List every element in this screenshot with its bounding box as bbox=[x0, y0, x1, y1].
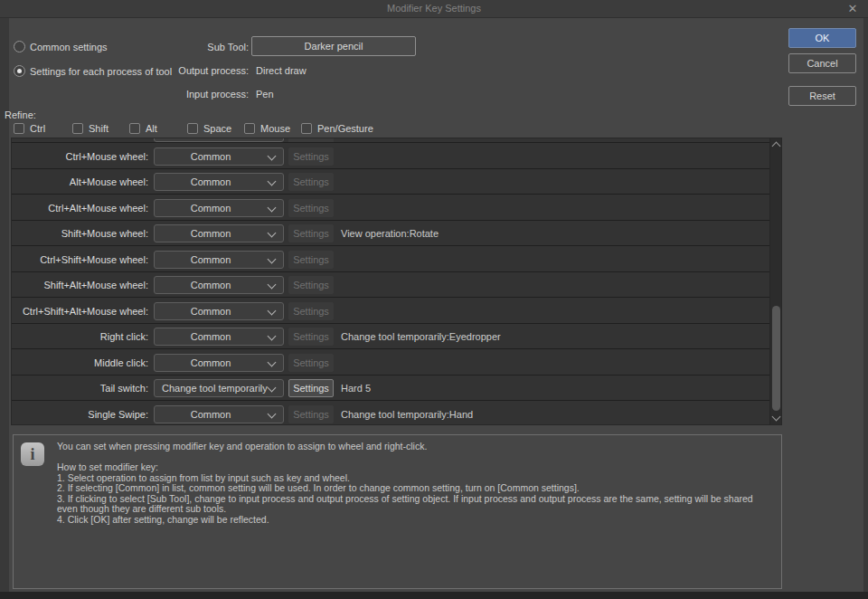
operation-dropdown[interactable]: Common bbox=[154, 354, 284, 372]
row-input-label: Tail switch: bbox=[12, 376, 148, 401]
checkbox-space[interactable] bbox=[187, 123, 198, 134]
assignment-note: Change tool temporarily:Eyedropper bbox=[341, 324, 501, 349]
reset-button[interactable]: Reset bbox=[788, 86, 856, 106]
operation-dropdown[interactable]: Common bbox=[154, 302, 284, 320]
operation-dropdown[interactable]: Common bbox=[154, 173, 284, 191]
list-row: Right click:CommonSettingsChange tool te… bbox=[12, 324, 771, 349]
chevron-down-icon bbox=[268, 280, 277, 290]
ok-button[interactable]: OK bbox=[788, 28, 856, 48]
chevron-down-icon bbox=[268, 306, 277, 315]
settings-button: Settings bbox=[288, 354, 334, 372]
chevron-down-icon bbox=[268, 332, 277, 341]
checkbox-label-space: Space bbox=[203, 123, 231, 135]
operation-dropdown[interactable]: Common bbox=[154, 251, 284, 269]
operation-dropdown[interactable]: Change tool temporarily bbox=[154, 379, 284, 397]
help-text-line: How to set modifier key: bbox=[57, 462, 775, 473]
settings-button: Settings bbox=[288, 276, 334, 294]
settings-button: Settings bbox=[288, 251, 334, 269]
help-text: You can set when pressing modifier key a… bbox=[57, 442, 775, 525]
chevron-down-icon bbox=[268, 152, 277, 161]
scrollbar-thumb[interactable] bbox=[772, 306, 780, 411]
vertical-scrollbar[interactable] bbox=[769, 138, 781, 424]
scroll-down-icon[interactable] bbox=[772, 413, 781, 422]
operation-dropdown[interactable]: Common bbox=[154, 405, 284, 423]
sub-tool-label: Sub Tool: bbox=[145, 42, 249, 52]
dropdown-value: Common bbox=[162, 277, 259, 293]
checkbox-pen-gesture[interactable] bbox=[301, 123, 312, 134]
operation-dropdown[interactable]: Common bbox=[154, 147, 284, 166]
list-row: Shift+Mouse wheel:CommonSettingsView ope… bbox=[12, 221, 771, 246]
list-row: Ctrl+Mouse wheel:CommonSettings bbox=[12, 144, 771, 169]
checkbox-ctrl[interactable] bbox=[14, 123, 24, 134]
refine-checkbox-row: CtrlShiftAltSpaceMousePen/Gesture bbox=[0, 123, 868, 136]
row-input-label: Alt+Mouse wheel: bbox=[12, 169, 148, 195]
list-row: Single Swipe:CommonSettingsChange tool t… bbox=[12, 402, 771, 426]
help-text-line: 3. If clicking to select [Sub Tool], cha… bbox=[57, 494, 775, 515]
assignment-note: Hard 5 bbox=[341, 376, 371, 401]
checkbox-label-alt: Alt bbox=[146, 123, 157, 135]
row-input-label: Right click: bbox=[12, 324, 148, 349]
dropdown-value: Common bbox=[162, 355, 259, 371]
operation-dropdown[interactable]: Common bbox=[154, 224, 284, 242]
help-text-line: You can set when pressing modifier key a… bbox=[57, 442, 775, 452]
modifier-key-settings-dialog: Modifier Key Settings ✕ OK Cancel Reset … bbox=[0, 0, 868, 599]
row-input-label: Ctrl+Mouse wheel: bbox=[12, 144, 148, 169]
settings-button: Settings bbox=[288, 302, 334, 320]
list-row: Middle click:CommonSettings bbox=[12, 350, 771, 376]
settings-button: Settings bbox=[288, 199, 334, 217]
checkbox-alt[interactable] bbox=[129, 123, 140, 134]
dropdown-value: Common bbox=[162, 303, 259, 319]
input-process-value: Pen bbox=[256, 89, 274, 100]
sub-tool-button[interactable]: Darker pencil bbox=[251, 36, 416, 56]
cancel-button[interactable]: Cancel bbox=[788, 53, 856, 73]
dropdown-value: Common bbox=[162, 200, 259, 216]
settings-button: Settings bbox=[288, 147, 334, 166]
help-text-line: 4. Click [OK] after setting, change will… bbox=[57, 515, 775, 526]
help-text-line bbox=[57, 452, 775, 463]
per-process-settings-radio[interactable] bbox=[14, 65, 25, 77]
chevron-down-icon bbox=[268, 203, 277, 212]
close-icon[interactable]: ✕ bbox=[844, 1, 861, 17]
settings-button-partial bbox=[288, 138, 334, 142]
operation-dropdown[interactable]: Common bbox=[154, 199, 284, 217]
chevron-down-icon bbox=[268, 229, 277, 238]
operation-dropdown[interactable]: Common bbox=[154, 328, 284, 346]
list-row: Tail switch:Change tool temporarilySetti… bbox=[12, 376, 771, 401]
row-input-label: Ctrl+Shift+Mouse wheel: bbox=[12, 247, 148, 272]
list-row: Shift+Alt+Mouse wheel:CommonSettings bbox=[12, 272, 771, 298]
dropdown-value: Common bbox=[162, 406, 259, 423]
dropdown-value: Change tool temporarily bbox=[162, 380, 259, 396]
window-bottom-edge bbox=[0, 592, 868, 599]
settings-button[interactable]: Settings bbox=[288, 379, 334, 397]
help-text-line: 2. If selecting [Common] in list, common… bbox=[57, 483, 775, 494]
dropdown-value: Common bbox=[162, 225, 259, 242]
checkbox-mouse[interactable] bbox=[244, 123, 255, 134]
dialog-title: Modifier Key Settings bbox=[0, 3, 868, 14]
chevron-down-icon bbox=[268, 409, 277, 418]
dropdown-value: Common bbox=[162, 174, 259, 190]
list-row: Ctrl+Alt+Mouse wheel:CommonSettings bbox=[12, 195, 771, 221]
operation-dropdown[interactable]: Common bbox=[154, 276, 284, 294]
checkbox-shift[interactable] bbox=[72, 123, 83, 134]
checkbox-label-mouse: Mouse bbox=[260, 123, 290, 135]
chevron-down-icon bbox=[268, 357, 277, 366]
input-process-label: Input process: bbox=[145, 89, 249, 100]
modifier-assignment-list: Ctrl+Mouse wheel:CommonSettingsAlt+Mouse… bbox=[11, 138, 782, 425]
refine-label: Refine: bbox=[5, 109, 36, 120]
settings-button: Settings bbox=[288, 328, 334, 346]
checkbox-label-pen-gesture: Pen/Gesture bbox=[317, 123, 373, 135]
scroll-up-icon[interactable] bbox=[772, 142, 781, 151]
settings-button: Settings bbox=[288, 405, 334, 423]
dropdown-value: Common bbox=[162, 252, 259, 268]
row-input-label: Shift+Mouse wheel: bbox=[12, 221, 148, 246]
help-info-box: i You can set when pressing modifier key… bbox=[13, 434, 782, 589]
chevron-down-icon bbox=[268, 177, 277, 186]
partially-scrolled-row bbox=[12, 138, 771, 143]
list-row: Alt+Mouse wheel:CommonSettings bbox=[12, 169, 771, 195]
row-input-label: Ctrl+Shift+Alt+Mouse wheel: bbox=[12, 299, 148, 324]
row-input-label: Single Swipe: bbox=[12, 402, 148, 426]
row-input-label: Middle click: bbox=[12, 350, 148, 376]
common-settings-radio[interactable] bbox=[14, 41, 25, 52]
operation-dropdown-partial bbox=[154, 138, 284, 142]
assignment-note: View operation:Rotate bbox=[341, 221, 439, 246]
